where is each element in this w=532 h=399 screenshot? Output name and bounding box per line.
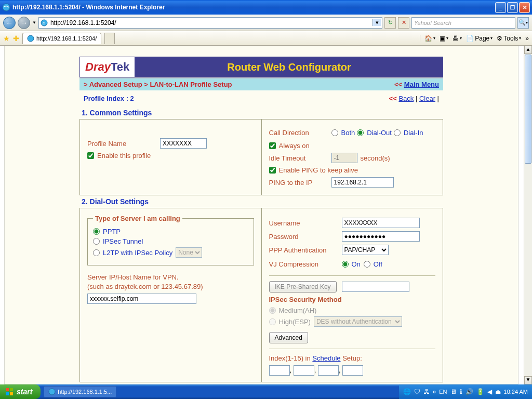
idle-timeout-label: Idle Timeout <box>269 154 331 162</box>
address-dropdown-arrow[interactable]: ▾ <box>373 19 381 26</box>
common-settings-right: Call Direction Both Dial-Out Dial-In Alw… <box>262 119 444 195</box>
enable-profile-label: Enable this profile <box>97 152 151 159</box>
toolbar-overflow[interactable]: » <box>525 35 529 42</box>
feeds-button[interactable]: ▣▾ <box>440 35 448 42</box>
idle-timeout-unit: second(s) <box>361 154 390 162</box>
ping-ip-input[interactable] <box>331 177 394 188</box>
main-menu-chevrons: << <box>394 81 402 88</box>
vertical-scrollbar[interactable]: ▲ ▼ <box>524 46 532 384</box>
window-titlebar: http://192.168.1.1:5204/ - Windows Inter… <box>0 0 532 15</box>
back-link[interactable]: Back <box>398 95 414 102</box>
always-on-label: Always on <box>279 142 310 150</box>
windows-logo-icon <box>5 388 14 396</box>
profile-name-input[interactable] <box>160 138 207 149</box>
advanced-button[interactable]: Advanced <box>269 332 308 343</box>
search-field[interactable]: Yahoo! Search <box>411 17 515 29</box>
call-direction-dial-in[interactable] <box>394 129 401 136</box>
add-favorites-icon[interactable]: ✚ <box>13 34 19 43</box>
scroll-down-arrow[interactable]: ▼ <box>524 376 532 384</box>
stop-button[interactable]: ✕ <box>398 17 409 29</box>
address-text: http://192.168.1.1:5204/ <box>50 19 373 26</box>
page-menu[interactable]: 📄Page▾ <box>466 35 493 42</box>
print-button[interactable]: 🖶▾ <box>453 35 462 42</box>
close-button[interactable]: ✕ <box>519 2 530 13</box>
ipsec-method-title: IPSec Security Method <box>269 296 436 303</box>
scroll-thumb[interactable] <box>525 55 531 164</box>
taskbar-task-ie[interactable]: http://192.168.1.1:5... <box>44 386 116 397</box>
schedule-3[interactable] <box>318 365 339 376</box>
tray-info-icon[interactable]: ℹ <box>460 388 462 395</box>
maximize-button[interactable]: ❐ <box>507 2 518 13</box>
enable-profile-checkbox[interactable] <box>87 152 94 159</box>
start-button[interactable]: start <box>0 384 41 399</box>
tray-battery-icon[interactable]: 🔋 <box>476 388 484 395</box>
forward-button[interactable]: → <box>18 17 30 29</box>
back-button[interactable]: ← <box>3 17 16 29</box>
svg-text:e: e <box>43 21 45 25</box>
tray-overflow-icon[interactable]: » <box>433 388 436 395</box>
svg-rect-4 <box>6 388 9 391</box>
schedule-2[interactable] <box>294 365 314 376</box>
router-header: DrayTek Router Web Configurator <box>79 57 443 77</box>
system-tray: 🌐 🛡 🖧 » EN 🖥 ℹ 🔊 🔋 ◀ ⏏ 10:24 AM <box>399 384 532 399</box>
server-ip-hint-1: Server IP/Host Name for VPN. <box>87 273 254 282</box>
profile-index: Profile Index : 2 <box>84 95 134 102</box>
schedule-suffix: Setup: <box>342 354 362 362</box>
tray-lang[interactable]: EN <box>439 389 447 395</box>
home-button[interactable]: 🏠▾ <box>424 35 435 42</box>
call-direction-both[interactable] <box>331 129 338 136</box>
minimize-button[interactable]: _ <box>495 2 506 13</box>
tray-network-icon[interactable]: 🖧 <box>423 388 430 395</box>
favorites-star-icon[interactable]: ★ <box>3 34 10 43</box>
schedule-1[interactable] <box>269 365 290 376</box>
nav-history-arrow[interactable]: ▼ <box>32 20 36 25</box>
server-type-l2tp[interactable] <box>93 249 100 256</box>
common-settings-left: Profile Name Enable this profile <box>79 119 262 195</box>
tray-caret-icon[interactable]: ◀ <box>487 388 492 395</box>
search-button[interactable]: 🔍▾ <box>517 17 529 29</box>
tray-clock[interactable]: 10:24 AM <box>504 389 528 395</box>
section-1-title: 1. Common Settings <box>79 107 443 119</box>
dialout-username-input[interactable] <box>342 218 420 228</box>
vj-on[interactable] <box>342 261 349 268</box>
server-type-pptp[interactable] <box>93 228 100 235</box>
vj-off[interactable] <box>364 261 370 268</box>
breadcrumb-path: > Advanced Setup > LAN-to-LAN Profile Se… <box>84 81 232 88</box>
tray-monitor-icon[interactable]: 🖥 <box>450 388 457 395</box>
server-type-ipsec[interactable] <box>93 238 100 245</box>
schedule-link[interactable]: Schedule <box>312 354 340 362</box>
address-bar[interactable]: e http://192.168.1.1:5204/ ▾ <box>38 17 382 29</box>
ppp-auth-label: PPP Authentication <box>269 246 342 254</box>
svg-point-8 <box>49 389 55 395</box>
server-ip-input[interactable] <box>87 294 196 304</box>
enable-ping-checkbox[interactable] <box>269 167 276 174</box>
browser-viewport: DrayTek Router Web Configurator > Advanc… <box>0 46 532 384</box>
breadcrumb: > Advanced Setup > LAN-to-LAN Profile Se… <box>79 77 443 90</box>
window-title: http://192.168.1.1:5204/ - Windows Inter… <box>12 4 495 11</box>
enable-ping-label: Enable PING to keep alive <box>279 166 358 174</box>
scroll-up-arrow[interactable]: ▲ <box>524 46 532 54</box>
new-tab-button[interactable] <box>104 33 115 44</box>
ppp-auth-select[interactable]: PAP/CHAP <box>342 245 389 255</box>
dialout-username-label: Username <box>269 219 342 227</box>
main-menu-link[interactable]: Main Menu <box>404 81 439 88</box>
clear-link[interactable]: Clear <box>419 95 435 102</box>
dialout-password-input[interactable] <box>342 231 420 242</box>
profile-name-label: Profile Name <box>87 140 160 148</box>
refresh-button[interactable]: ↻ <box>384 17 396 29</box>
tray-volume-icon[interactable]: 🔊 <box>466 388 473 395</box>
always-on-checkbox[interactable] <box>269 142 276 149</box>
task-ie-icon <box>48 388 56 395</box>
schedule-4[interactable] <box>342 365 363 376</box>
server-type-fieldset: Type of Server I am calling PPTP IPSec T… <box>87 215 254 265</box>
browser-tab[interactable]: http://192.168.1.1:5204/ <box>22 33 101 44</box>
tray-eject-icon[interactable]: ⏏ <box>495 388 501 395</box>
ike-preshared-key-input[interactable] <box>342 282 409 292</box>
server-type-title: Type of Server I am calling <box>93 215 182 222</box>
dialout-password-label: Password <box>269 233 342 241</box>
ping-ip-label: PING to the IP <box>269 179 331 187</box>
tray-shield-icon[interactable]: 🛡 <box>414 388 420 395</box>
tools-menu[interactable]: ⚙Tools▾ <box>497 35 521 42</box>
call-direction-dial-out[interactable] <box>357 129 364 136</box>
tray-ie-icon[interactable]: 🌐 <box>403 388 411 395</box>
